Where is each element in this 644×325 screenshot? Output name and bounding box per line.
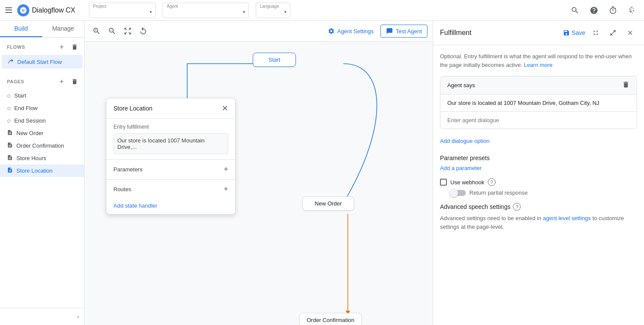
- delete-flow-button[interactable]: [69, 41, 81, 53]
- search-icon-button[interactable]: [566, 2, 584, 19]
- page-item-label: Store Hours: [16, 155, 46, 161]
- advanced-speech-desc: Advanced settings need to be enabled in …: [440, 214, 637, 231]
- store-location-popup: Store Location ✕ Entry fulfillment Our s…: [106, 98, 236, 215]
- canvas-toolbar: Agent Settings Test Agent: [85, 21, 433, 42]
- order-confirmation-node[interactable]: Order Confirmation: [299, 313, 362, 325]
- routes-label: Routes: [113, 186, 131, 192]
- add-flow-button[interactable]: +: [56, 41, 68, 53]
- reset-button[interactable]: [136, 24, 150, 38]
- pages-label: PAGES: [7, 79, 24, 84]
- add-page-button[interactable]: +: [56, 76, 68, 88]
- expand2-button[interactable]: [606, 26, 620, 40]
- flow-item-label: Default Start Flow: [17, 59, 62, 65]
- agent-settings-button[interactable]: Agent Settings: [323, 25, 379, 37]
- zoom-out-button[interactable]: [105, 24, 119, 38]
- flows-actions: +: [56, 41, 81, 53]
- flows-label: FLOWS: [7, 44, 25, 50]
- popup-title: Store Location: [113, 105, 152, 112]
- order-confirmation-node-label: Order Confirmation: [307, 317, 355, 323]
- logo-icon: [17, 4, 29, 16]
- page-item-start[interactable]: ○ Start: [0, 89, 84, 102]
- return-partial-row: Return partial response: [450, 189, 637, 196]
- delete-agent-says-button[interactable]: [622, 81, 630, 90]
- fulfillment-panel: Fulfillment Save Optional. Entry f: [433, 21, 644, 325]
- agent-dialogue-input-wrapper: [440, 112, 637, 129]
- app-logo: Dialogflow CX: [17, 4, 75, 16]
- page-item-end-flow[interactable]: ○ End Flow: [0, 102, 84, 114]
- pages-section-header: PAGES +: [0, 72, 84, 89]
- page-item-label: Store Location: [16, 167, 53, 174]
- agent-level-settings-link[interactable]: agent level settings: [543, 215, 591, 221]
- menu-icon[interactable]: [3, 5, 14, 16]
- use-webhook-label: Use webhook: [450, 179, 484, 186]
- panel-title: Fulfillment: [440, 29, 471, 37]
- start-node[interactable]: Start: [253, 53, 296, 67]
- flows-section-header: FLOWS +: [0, 38, 84, 55]
- learn-more-link[interactable]: Learn more: [524, 62, 552, 68]
- tab-manage[interactable]: Manage: [42, 21, 85, 37]
- zoom-in-button[interactable]: [90, 24, 104, 38]
- popup-close-button[interactable]: ✕: [222, 104, 228, 113]
- timer-icon-button[interactable]: [604, 2, 622, 19]
- default-start-flow[interactable]: Default Start Flow: [2, 55, 82, 69]
- project-dropdown[interactable]: Project ▾: [89, 3, 156, 18]
- chevron-down-icon: ▾: [284, 9, 286, 14]
- routes-collapsible[interactable]: Routes +: [107, 179, 235, 199]
- return-partial-label: Return partial response: [469, 189, 528, 196]
- test-agent-button[interactable]: Test Agent: [380, 25, 427, 38]
- page-item-label: New Order: [16, 130, 44, 136]
- topbar: Dialogflow CX Project ▾ Agent ▾ Language…: [0, 0, 644, 21]
- page-item-label: End Session: [14, 117, 46, 124]
- new-order-node[interactable]: New Order: [302, 196, 354, 211]
- page-item-store-location[interactable]: Store Location: [0, 164, 84, 177]
- page-item-order-confirmation[interactable]: Order Confirmation: [0, 139, 84, 152]
- advanced-speech-section: Advanced speech settings ? Advanced sett…: [440, 203, 637, 231]
- chevron-down-icon: ▾: [150, 9, 152, 14]
- page-item-label: Start: [14, 92, 26, 99]
- save-button[interactable]: Save: [563, 29, 585, 36]
- popup-header: Store Location ✕: [107, 98, 235, 119]
- language-dropdown[interactable]: Language ▾: [256, 3, 290, 18]
- agent-dialogue-input[interactable]: [447, 117, 630, 123]
- add-parameter-button[interactable]: Add a parameter: [440, 165, 637, 171]
- page-item-label: Order Confirmation: [16, 142, 64, 149]
- start-node-label: Start: [268, 57, 280, 63]
- main-layout: Build Manage FLOWS + Default Start Flow …: [0, 21, 644, 325]
- parameters-label: Parameters: [113, 166, 142, 173]
- agent-says-header: Agent says: [440, 76, 637, 95]
- page-item-end-session[interactable]: ○ End Session: [0, 114, 84, 127]
- parameters-collapsible[interactable]: Parameters +: [107, 160, 235, 179]
- return-partial-toggle[interactable]: [450, 190, 466, 196]
- agent-settings-label: Agent Settings: [337, 28, 374, 35]
- page-item-new-order[interactable]: New Order: [0, 127, 84, 139]
- fit-button[interactable]: [121, 24, 135, 38]
- add-parameter-icon[interactable]: +: [223, 165, 228, 174]
- panel-header: Fulfillment Save: [433, 21, 644, 45]
- advanced-help-icon[interactable]: ?: [513, 203, 521, 211]
- topbar-right-actions: [566, 2, 641, 19]
- page-item-store-hours[interactable]: Store Hours: [0, 152, 84, 164]
- webhook-help-icon[interactable]: ?: [488, 178, 496, 186]
- page-item-label: End Flow: [14, 105, 38, 111]
- agent-dialogue-text: Our store is located at 1007 Mountain Dr…: [440, 95, 637, 112]
- new-order-node-label: New Order: [315, 200, 342, 207]
- add-route-icon[interactable]: +: [223, 185, 228, 194]
- add-dialogue-button[interactable]: Add dialogue option: [440, 136, 637, 149]
- flow-canvas: Start Store Hours New Order Order Confir…: [85, 42, 433, 325]
- parameter-presets-title: Parameter presets: [440, 155, 637, 161]
- apps-icon-button[interactable]: [623, 2, 641, 19]
- tab-build[interactable]: Build: [0, 21, 42, 37]
- agent-says-card: Agent says Our store is located at 1007 …: [440, 76, 637, 129]
- fulfillment-text: Our store is located 1007 Mountain Drive…: [113, 133, 228, 154]
- agent-dropdown[interactable]: Agent ▾: [163, 3, 249, 18]
- collapse-button[interactable]: ‹: [75, 312, 81, 322]
- close-panel-button[interactable]: [623, 26, 637, 40]
- add-state-handler-button[interactable]: Add state handler: [113, 201, 157, 211]
- delete-page-button[interactable]: [69, 76, 81, 88]
- panel-header-right: Save: [563, 26, 637, 40]
- panel-description: Optional. Entry fulfillment is what the …: [440, 52, 637, 69]
- use-webhook-checkbox[interactable]: [440, 179, 447, 186]
- expand-button[interactable]: [589, 26, 603, 40]
- help-icon-button[interactable]: [585, 2, 603, 19]
- sidebar-collapse: ‹: [0, 308, 84, 325]
